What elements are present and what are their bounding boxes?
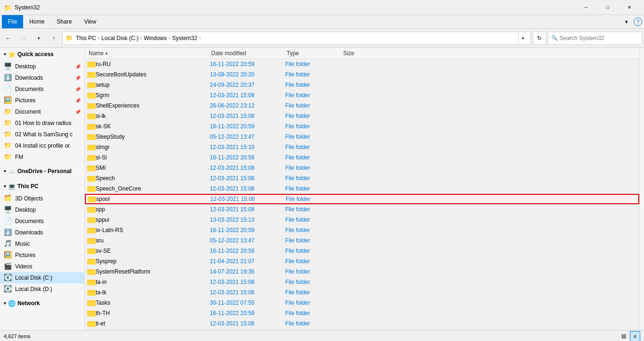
file-row[interactable]: tr-TR 16-11-2022 20:59 File folder [85,329,639,330]
sidebar-header-quick-access[interactable]: ▾ ⭐ Quick access [0,48,84,61]
ribbon: File Home Share View ▾ ? [0,15,644,29]
sidebar-item-desktop-pc[interactable]: 🖥️ Desktop [0,204,84,216]
sidebar-header-onedrive[interactable]: ▾ ☁️ OneDrive - Personal [0,165,84,178]
file-row[interactable]: ta-in 12-03-2021 15:08 File folder [85,277,639,287]
crumb-sep-2: › [140,35,142,41]
header-name[interactable]: Name ▲ [87,50,209,57]
sidebar-item-documents-pc[interactable]: 📄 Documents [0,216,84,227]
crumb-system32[interactable]: System32 [172,35,197,42]
file-row[interactable]: Speech 12-03-2021 15:08 File folder [85,173,639,183]
ribbon-chevron-icon[interactable]: ▾ [621,17,632,27]
sidebar-item-downloads-pc[interactable]: ⬇️ Downloads [0,227,84,238]
file-row[interactable]: sk-SK 16-11-2022 20:59 File folder [85,121,639,132]
sidebar-item-videos[interactable]: 🎬 Videos [0,261,84,272]
file-row[interactable]: sppui 13-03-2022 15:13 File folder [85,215,639,225]
crumb-local-disk[interactable]: Local Disk (C:) [101,35,139,42]
sidebar-item-3d-objects[interactable]: 🗂️ 3D Objects [0,193,84,204]
file-row[interactable]: SecureBootUpdates 13-08-2022 20:20 File … [85,69,639,80]
address-bar[interactable]: 📁 This PC › Local Disk (C:) › Windows › … [62,32,531,45]
crumb-this-pc[interactable]: This PC [76,35,96,42]
search-input[interactable] [560,35,639,42]
view-buttons: ▤ ≡ [619,331,640,341]
sidebar-item-04[interactable]: 📁 04 Install icc profile or [0,140,84,151]
file-row[interactable]: ShellExperiences 26-06-2022 23:12 File f… [85,100,639,111]
up-button[interactable]: ↑ [47,32,60,45]
file-row[interactable]: spool 12-03-2021 15:08 File folder [85,194,639,204]
sidebar-item-02[interactable]: 📁 02 What is SamSung c [0,129,84,140]
maximize-button[interactable]: □ [597,0,619,15]
file-row[interactable]: SMI 12-03-2021 15:08 File folder [85,163,639,173]
svg-rect-59 [87,259,91,260]
file-row[interactable]: si-lk 12-03-2021 15:08 File folder [85,111,639,121]
refresh-button[interactable]: ↻ [533,32,546,45]
sidebar-item-01[interactable]: 📁 01 How to draw radius [0,117,84,129]
recent-locations-button[interactable]: ▾ [32,32,45,45]
file-row[interactable]: th-TH 16-11-2022 20:59 File folder [85,308,639,318]
address-crumbs: This PC › Local Disk (C:) › Windows › Sy… [76,35,202,42]
sidebar-item-downloads-quick[interactable]: ⬇️ Downloads 📌 [0,72,84,83]
file-modified-cell: 12-03-2021 15:08 [210,196,286,202]
sidebar-item-local-disk-d[interactable]: 💽 Local Disk (D:) [0,283,84,295]
title-bar: 📁 System32 ─ □ ✕ [0,0,644,15]
forward-button[interactable]: → [17,32,30,45]
sidebar-header-this-pc[interactable]: ▾ 💻 This PC [0,180,84,193]
sidebar-item-document-quick[interactable]: 📁 Document 📌 [0,106,84,117]
file-row[interactable]: slmgr 12-03-2021 15:10 File folder [85,142,639,152]
file-row[interactable]: Sgrm 12-03-2021 15:08 File folder [85,90,639,100]
file-row[interactable]: ti-et 12-03-2021 15:08 File folder [85,318,639,329]
tab-share[interactable]: Share [50,15,78,28]
svg-rect-61 [87,270,96,275]
tab-file[interactable]: File [2,15,23,28]
details-view-button[interactable]: ▤ [619,331,629,341]
ribbon-help-button[interactable]: ? [634,17,642,26]
sidebar-header-network[interactable]: ▾ 🌐 Network [0,297,84,310]
file-row[interactable]: SystemResetPlatform 14-07-2021 19:36 Fil… [85,266,639,277]
file-row[interactable]: ru-RU 16-11-2022 20:59 File folder [85,59,639,69]
header-modified[interactable]: Date modified [209,50,285,57]
address-dropdown-button[interactable]: ▾ [518,32,528,45]
svg-rect-40 [88,198,96,202]
file-row[interactable]: Sysprep 21-04-2021 21:07 File folder [85,256,639,266]
file-row[interactable]: sr-Latn-RS 16-11-2022 20:59 File folder [85,225,639,235]
file-modified-cell: 16-11-2022 20:59 [210,123,285,130]
file-type-cell: File folder [285,61,332,67]
minimize-button[interactable]: ─ [575,0,597,15]
sidebar-item-pictures-pc[interactable]: 🖼️ Pictures [0,250,84,261]
back-button[interactable]: ← [2,32,15,45]
file-modified-cell: 13-03-2022 15:13 [210,216,285,223]
sidebar-item-documents-quick[interactable]: 📄 Documents 📌 [0,83,84,95]
close-button[interactable]: ✕ [619,0,640,15]
sidebar-item-pictures-quick[interactable]: 🖼️ Pictures 📌 [0,95,84,106]
file-row[interactable]: setup 24-09-2022 20:37 File folder [85,80,639,90]
file-row[interactable]: sru 05-12-2022 13:47 File folder [85,235,639,246]
svg-rect-56 [87,249,91,250]
file-row[interactable]: sv-SE 16-11-2022 20:59 File folder [85,246,639,256]
svg-rect-11 [87,93,91,94]
toolbar: ← → ▾ ↑ 📁 This PC › Local Disk (C:) › Wi… [0,29,644,48]
sidebar-item-desktop-quick[interactable]: 🖥️ Desktop 📌 [0,61,84,72]
svg-rect-22 [87,135,96,140]
header-size[interactable]: Size [341,50,379,57]
crumb-windows[interactable]: Windows [144,35,167,42]
sidebar-item-music[interactable]: 🎵 Music [0,238,84,250]
status-bar: 4,627 items ▤ ≡ [0,330,644,341]
sidebar-item-local-disk-c[interactable]: 💽 Local Disk (C:) [0,272,84,283]
file-modified-cell: 12-03-2021 15:08 [210,185,285,192]
file-row[interactable]: spp 12-03-2021 15:08 File folder [85,204,639,215]
tab-view[interactable]: View [78,15,102,28]
scrollbar-track[interactable] [639,48,644,330]
file-row[interactable]: Speech_OneCore 12-03-2021 15:08 File fol… [85,183,639,194]
tab-home[interactable]: Home [23,15,50,28]
file-row[interactable]: Tasks 30-11-2022 07:55 File folder [85,298,639,308]
file-type-cell: File folder [285,227,332,233]
list-view-button[interactable]: ≡ [630,331,640,341]
file-type-cell: File folder [285,237,332,244]
search-box[interactable]: 🔍 [548,32,642,45]
file-row[interactable]: SleepStudy 05-12-2022 13:47 File folder [85,132,639,142]
header-type[interactable]: Type [285,50,341,57]
sidebar-item-fm[interactable]: 📁 FM [0,151,84,163]
folder-icon [87,112,96,120]
file-row[interactable]: ta-lk 12-03-2021 15:08 File folder [85,287,639,298]
file-row[interactable]: sl-Sl 16-11-2022 20:59 File folder [85,152,639,163]
folder-icon-04: 📁 [4,141,12,150]
